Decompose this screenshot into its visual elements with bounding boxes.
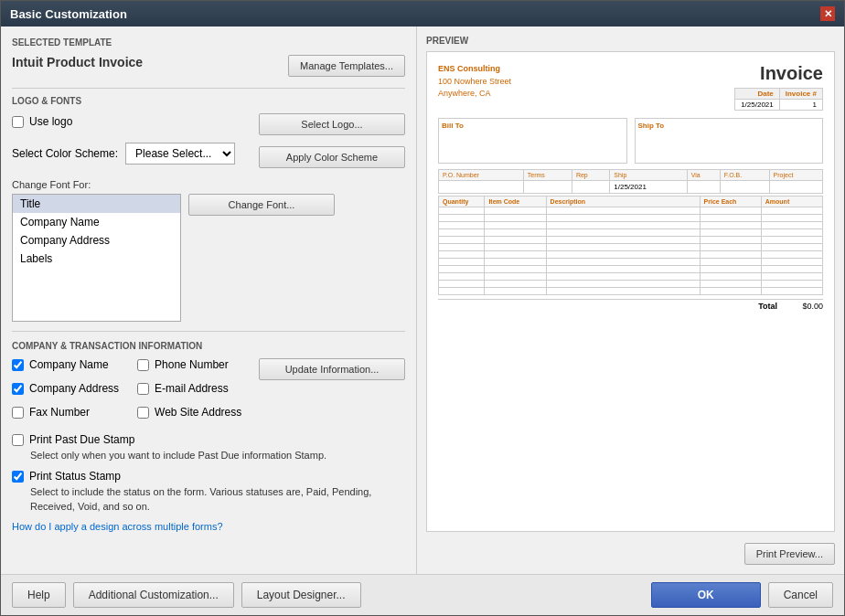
date-label-cell: Date: [735, 89, 780, 100]
font-section: Change Font For: Title Company Name Comp…: [12, 179, 405, 322]
website-row: Web Site Address: [137, 406, 241, 419]
phone-number-check-label: Phone Number: [155, 358, 229, 371]
print-preview-button[interactable]: Print Preview...: [744, 543, 835, 565]
item-row-1: [439, 207, 823, 215]
help-button[interactable]: Help: [12, 582, 66, 608]
preview-address2: Anywhere, CA: [438, 88, 511, 101]
cancel-button[interactable]: Cancel: [768, 582, 833, 608]
company-name-checkbox[interactable]: [12, 359, 24, 371]
price-each-header: Price Each: [700, 196, 761, 207]
website-check-label: Web Site Address: [155, 406, 241, 419]
invoice-title-area: Invoice Date Invoice # 1/25/2021 1: [734, 63, 823, 111]
item-row-9: [439, 266, 823, 273]
fax-number-checkbox[interactable]: [12, 407, 24, 419]
total-label: Total: [758, 302, 777, 311]
select-logo-button[interactable]: Select Logo...: [259, 113, 405, 135]
manage-templates-button[interactable]: Manage Templates...: [288, 55, 405, 77]
ship-to-box: Ship To: [635, 118, 824, 164]
company-checks-row: Company Name Company Address Fax Number: [12, 358, 250, 424]
company-name-row: Company Name: [12, 358, 119, 371]
email-row: E-mail Address: [137, 382, 241, 395]
past-due-row: Print Past Due Stamp: [12, 433, 405, 446]
invoice-num-label-cell: Invoice #: [779, 89, 822, 100]
email-check-label: E-mail Address: [155, 382, 229, 395]
additional-customization-button[interactable]: Additional Customization...: [73, 582, 234, 608]
past-due-description: Select only when you want to include Pas…: [30, 449, 405, 462]
print-status-description: Select to include the status on the form…: [30, 485, 405, 514]
fax-number-check-label: Fax Number: [29, 406, 90, 419]
email-checkbox[interactable]: [137, 383, 149, 395]
divider1: [12, 88, 405, 89]
ship-date-cell: 1/25/2021: [610, 181, 687, 194]
ship-to-label: Ship To: [638, 122, 820, 130]
item-row-4: [439, 229, 823, 237]
print-status-row: Print Status Stamp: [12, 470, 405, 483]
preview-container: ENS Consulting 100 Nowhere Street Anywhe…: [426, 51, 835, 532]
font-controls-row: Title Company Name Company Address Label…: [12, 194, 405, 322]
help-link[interactable]: How do I apply a design across multiple …: [12, 521, 405, 532]
past-due-label: Print Past Due Stamp: [29, 433, 134, 446]
font-list-item-title[interactable]: Title: [13, 195, 180, 213]
print-status-checkbox[interactable]: [12, 471, 24, 483]
phone-number-checkbox[interactable]: [137, 359, 149, 371]
invoice-title: Invoice: [734, 63, 823, 84]
layout-designer-button[interactable]: Layout Designer...: [241, 582, 361, 608]
main-content: SELECTED TEMPLATE Intuit Product Invoice…: [1, 27, 844, 574]
fax-number-row: Fax Number: [12, 406, 119, 419]
change-font-button[interactable]: Change Font...: [188, 194, 335, 216]
font-list: Title Company Name Company Address Label…: [12, 194, 181, 322]
apply-color-button[interactable]: Apply Color Scheme: [259, 146, 405, 168]
logo-fonts-section: LOGO & FONTS Use logo Select Logo... Sel…: [12, 96, 405, 322]
preview-company-name: ENS Consulting: [438, 63, 511, 76]
rep-header: Rep: [572, 170, 609, 181]
title-bar: Basic Customization ✕: [1, 1, 844, 27]
update-information-button[interactable]: Update Information...: [259, 358, 405, 380]
preview-label: PREVIEW: [426, 36, 835, 46]
invoice-header: ENS Consulting 100 Nowhere Street Anywhe…: [438, 63, 823, 111]
terms-header: Terms: [523, 170, 572, 181]
change-font-label: Change Font For:: [12, 179, 405, 190]
company-address-check-label: Company Address: [29, 382, 119, 395]
qty-header: Quantity: [439, 196, 485, 207]
item-row-5: [439, 237, 823, 244]
item-row-2: [439, 215, 823, 222]
via-cell: [687, 181, 720, 194]
website-checkbox[interactable]: [137, 407, 149, 419]
po-row-table: P.O. Number Terms Rep Ship Via F.O.B. Pr…: [438, 169, 823, 194]
stamp-section: Print Past Due Stamp Select only when yo…: [12, 433, 405, 514]
change-font-controls: Change Font...: [188, 194, 335, 216]
color-scheme-label: Select Color Scheme:: [12, 147, 118, 160]
item-row-10: [439, 273, 823, 281]
description-header: Description: [546, 196, 700, 207]
dialog-title: Basic Customization: [10, 7, 127, 21]
use-logo-checkbox[interactable]: [12, 116, 24, 128]
font-list-item-company-address[interactable]: Company Address: [13, 231, 180, 250]
item-row-3: [439, 222, 823, 229]
font-list-item-company-name[interactable]: Company Name: [13, 213, 180, 231]
item-row-8: [439, 259, 823, 266]
past-due-checkbox[interactable]: [12, 434, 24, 446]
item-row-6: [439, 244, 823, 251]
company-address-checkbox[interactable]: [12, 383, 24, 395]
amount-header: Amount: [761, 196, 822, 207]
phone-number-row: Phone Number: [137, 358, 241, 371]
company-name-check-label: Company Name: [29, 358, 109, 371]
po-number-header: P.O. Number: [439, 170, 524, 181]
ok-button[interactable]: OK: [651, 582, 761, 608]
company-info-section: COMPANY & TRANSACTION INFORMATION Compan…: [12, 341, 405, 532]
bill-to-box: Bill To: [438, 118, 627, 164]
total-value: $0.00: [796, 302, 823, 311]
bottom-bar: Help Additional Customization... Layout …: [1, 574, 844, 615]
close-button[interactable]: ✕: [820, 6, 835, 21]
preview-address1: 100 Nowhere Street: [438, 76, 511, 89]
logo-fonts-label: LOGO & FONTS: [12, 96, 405, 106]
fob-cell: [720, 181, 769, 194]
use-logo-label: Use logo: [29, 115, 72, 128]
preview-bottom: Print Preview...: [426, 537, 835, 565]
company-info-label: COMPANY & TRANSACTION INFORMATION: [12, 341, 405, 351]
selected-template-section: SELECTED TEMPLATE Intuit Product Invoice…: [12, 37, 405, 77]
font-list-item-labels[interactable]: Labels: [13, 250, 180, 268]
item-row-11: [439, 281, 823, 288]
color-scheme-select[interactable]: Please Select... Default Blue Green: [125, 143, 235, 165]
print-status-label: Print Status Stamp: [29, 470, 121, 483]
